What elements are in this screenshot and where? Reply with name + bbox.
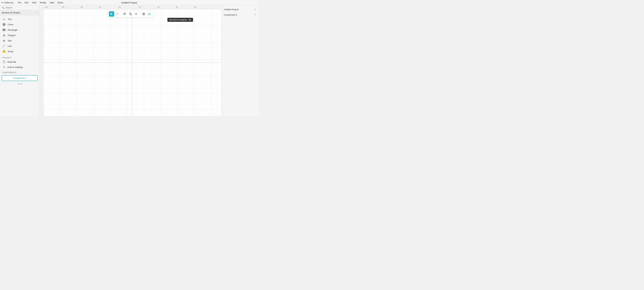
svg-rect-16 [143,13,144,14]
search-icon: 🔍 [2,6,4,9]
add-component-button[interactable]: + [18,82,20,85]
svg-point-11 [118,13,118,14]
browse-all-label: Browse All Shapes [2,12,20,14]
toolbar-divider-2 [140,12,140,16]
shape-item-star[interactable]: Star [0,38,40,43]
svg-text:0in: 0in [119,6,121,8]
svg-text:-1in: -1in [98,6,102,8]
svg-rect-19 [144,14,145,15]
svg-point-3 [2,47,3,48]
add-to-component-button[interactable]: + [254,13,256,16]
emoji-shape-icon: 🙂 [2,50,6,53]
right-panel-untitled-project: Untitled Project + [224,7,256,12]
svg-text:1in: 1in [139,6,141,8]
shape-item-emoji[interactable]: 🙂 Emoji [0,49,40,54]
text-shape-icon: Aa [2,18,6,21]
svg-point-4 [5,44,6,45]
shape-item-polygon[interactable]: Polygon [0,32,40,38]
shape-item-circle[interactable]: Circle [0,22,40,27]
components-section: Component A + ▾ [0,74,40,87]
pen-tool-button[interactable] [114,11,120,16]
menu-modify[interactable]: Modify [38,1,48,4]
right-panel-project-label: Untitled Project [224,8,239,11]
readme-icon [2,60,6,64]
ruler-canvas-container: -4in -3in -2in -1in 0in 1in 2in 3in 4in [40,5,221,116]
shape-label-star: Star [8,40,12,42]
geometry-snapping-tooltip: Geometry Snapping U [167,18,193,22]
shape-label-rectangle: Rectangle [8,29,18,31]
shape-label-line: Line [8,45,12,47]
snap-tool-button[interactable] [141,11,146,16]
ruler-left [40,5,43,116]
rectangle-shape-icon [2,28,6,32]
right-panel-component-a: Component A + [224,12,256,17]
svg-rect-18 [143,14,144,15]
browse-all-shapes-button[interactable]: Browse All Shapes › [0,10,40,16]
svg-text:-4in: -4in [45,6,48,8]
polygon-shape-icon [2,34,6,37]
svg-text:-2in: -2in [80,6,83,8]
shape-label-text: Text [8,18,12,20]
shape-label-polygon: Polygon [8,34,16,36]
sidebar: 🔍 Browse All Shapes › Aa Text Circle [0,5,40,116]
menu-edit[interactable]: Edit [23,1,30,4]
project-item-units[interactable]: Units & Settings [0,64,40,70]
app-name: Cuttle.xyz [4,1,14,4]
project-label-readme: Read Me [8,61,16,63]
app-logo[interactable]: ✦ Cuttle.xyz [1,1,14,4]
tooltip-key: U [188,18,191,21]
line-shape-icon [2,44,6,48]
menu-share[interactable]: Share [56,1,65,4]
geometry-snap-button[interactable] [147,11,152,16]
tooltip-text: Geometry Snapping [169,18,187,21]
shape-list: Aa Text Circle Rectangle [0,16,40,55]
circle-shape-icon [2,23,6,26]
window-title: Untitled Project [121,1,137,4]
right-panel-component-label: Component A [224,14,237,16]
shape-item-line[interactable]: Line [0,43,40,49]
svg-text:3in: 3in [176,6,178,8]
shape-label-circle: Circle [8,23,13,26]
shape-label-emoji: Emoji [8,50,13,53]
component-a-button[interactable]: Component A [2,75,38,81]
ungroup-tool-button[interactable] [128,11,133,16]
project-item-readme[interactable]: Read Me [0,60,40,64]
menu-file[interactable]: File [16,1,23,4]
main-layout: 🔍 Browse All Shapes › Aa Text Circle [0,5,258,116]
svg-line-2 [3,45,5,47]
grid-canvas[interactable] [43,9,221,116]
right-panel: Untitled Project + Component A + [221,5,258,116]
menu-view[interactable]: View [30,1,38,4]
gear-icon [2,66,6,69]
canvas-area: Geometry Snapping U -4in -3in -2in -1in [40,5,221,116]
search-bar: 🔍 [0,5,40,10]
toolbar [107,10,154,18]
shape-item-rectangle[interactable]: Rectangle [0,27,40,32]
add-to-project-button[interactable]: + [254,8,256,11]
project-label-units: Units & Settings [8,66,23,68]
title-bar: ✦ Cuttle.xyz File Edit View Modify Help … [0,0,258,5]
project-section-label: PROJECT [0,55,40,60]
canvas-column: -4in -3in -2in -1in 0in 1in 2in 3in 4in [43,5,221,116]
components-section-label: COMPONENTS [0,70,40,74]
star-shape-icon [2,39,6,42]
ruler-top: -4in -3in -2in -1in 0in 1in 2in 3in 4in [43,5,221,9]
shape-item-text[interactable]: Aa Text [0,16,40,22]
svg-rect-17 [144,13,145,14]
add-component-row: + ▾ [2,81,38,85]
group-tool-button[interactable] [122,11,128,16]
select-tool-button[interactable] [109,11,114,16]
logo-icon: ✦ [1,1,3,4]
svg-marker-1 [3,39,6,42]
svg-marker-10 [110,13,112,15]
svg-text:2in: 2in [157,6,160,8]
menu-help[interactable]: Help [48,1,56,4]
svg-text:4in: 4in [194,6,196,8]
svg-text:-3in: -3in [62,6,64,8]
chevron-right-icon: › [37,12,38,14]
component-dropdown-button[interactable]: ▾ [21,83,22,85]
svg-marker-0 [3,34,5,36]
boolean-tool-button[interactable] [134,11,139,16]
search-input[interactable] [5,6,38,9]
